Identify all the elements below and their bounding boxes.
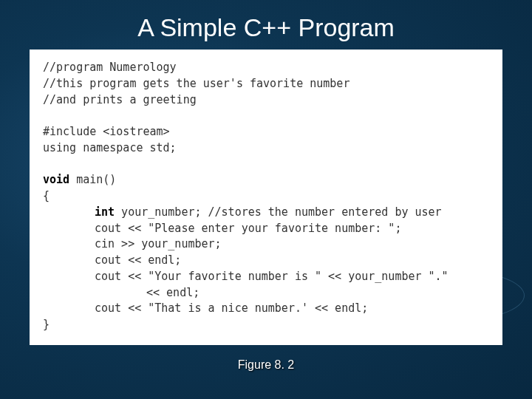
code-line: cin >> your_number;: [43, 236, 489, 253]
code-text: your_number; //stores the number entered…: [115, 205, 442, 219]
code-line: cout << "That is a nice number.' << endl…: [43, 301, 489, 317]
code-line: << endl;: [43, 285, 489, 301]
code-line: #include <iostream>: [43, 124, 489, 140]
keyword-void: void: [43, 173, 69, 186]
code-line: cout << endl;: [43, 253, 489, 269]
code-text: cout << "That is a nice number.' << endl…: [95, 301, 368, 315]
code-line: using namespace std;: [43, 140, 489, 157]
keyword-int: int: [95, 205, 115, 219]
code-line: //program Numerology: [43, 60, 489, 76]
code-text: cout << "Your favorite number is " << yo…: [95, 270, 449, 283]
code-text: main(): [69, 173, 116, 186]
code-line: void main(): [43, 172, 489, 188]
code-text: cout << "Please enter your favorite numb…: [95, 222, 401, 235]
figure-caption: Figure 8. 2: [0, 358, 532, 372]
code-line: {: [43, 188, 489, 205]
slide-title: A Simple C++ Program: [0, 0, 532, 50]
code-text: cout << endl;: [95, 253, 181, 267]
code-text: cin >> your_number;: [95, 237, 222, 250]
blank-line: [43, 108, 489, 124]
blank-line: [43, 157, 489, 173]
code-line: }: [43, 317, 489, 333]
code-line: cout << "Your favorite number is " << yo…: [43, 269, 489, 285]
code-line: int your_number; //stores the number ent…: [43, 205, 489, 221]
code-line: //this program gets the user's favorite …: [43, 76, 489, 92]
code-block: //program Numerology //this program gets…: [30, 50, 502, 345]
code-line: cout << "Please enter your favorite numb…: [43, 221, 489, 237]
code-line: //and prints a greeting: [43, 92, 489, 109]
code-text: << endl;: [146, 286, 200, 299]
